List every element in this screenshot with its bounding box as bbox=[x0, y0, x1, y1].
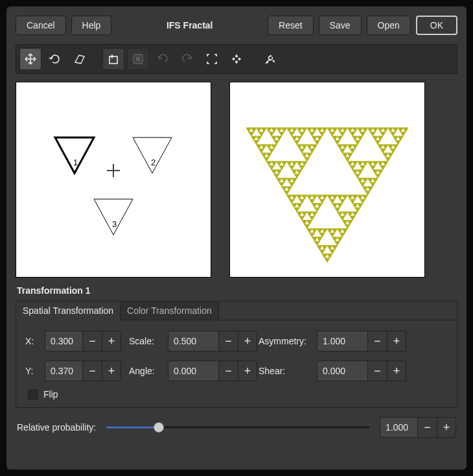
svg-marker-15 bbox=[254, 140, 259, 144]
svg-marker-99 bbox=[350, 132, 355, 136]
tab-spatial[interactable]: Spatial Transformation bbox=[16, 302, 121, 320]
dialog-window: Cancel Help IFS Fractal Reset Save Open … bbox=[6, 6, 467, 470]
open-button[interactable]: Open bbox=[367, 16, 411, 35]
svg-marker-125 bbox=[393, 128, 398, 132]
shear-input[interactable] bbox=[317, 361, 367, 381]
asymmetry-increment-button[interactable]: + bbox=[387, 331, 406, 351]
x-input[interactable] bbox=[45, 331, 82, 351]
triangle-label: 3 bbox=[112, 219, 117, 229]
svg-marker-58 bbox=[302, 153, 307, 157]
move-tool-button[interactable] bbox=[19, 48, 41, 70]
new-button[interactable] bbox=[102, 48, 124, 70]
scale-spinner[interactable]: − + bbox=[168, 331, 259, 351]
relative-probability-increment-button[interactable]: + bbox=[437, 417, 456, 438]
svg-marker-27 bbox=[259, 149, 264, 152]
angle-spinner[interactable]: − + bbox=[168, 361, 259, 381]
options-button[interactable] bbox=[259, 48, 281, 70]
svg-marker-22 bbox=[271, 136, 277, 140]
x-decrement-button[interactable]: − bbox=[82, 331, 102, 351]
svg-marker-91 bbox=[338, 128, 343, 132]
shear-decrement-button[interactable]: − bbox=[367, 361, 387, 381]
svg-marker-10 bbox=[257, 128, 262, 132]
svg-marker-185 bbox=[317, 204, 322, 208]
svg-marker-110 bbox=[352, 145, 358, 149]
svg-marker-57 bbox=[310, 149, 315, 152]
svg-marker-211 bbox=[352, 204, 358, 208]
svg-marker-26 bbox=[261, 145, 266, 149]
svg-marker-136 bbox=[388, 145, 393, 149]
svg-marker-103 bbox=[352, 136, 358, 140]
rotate-tool-button[interactable] bbox=[44, 48, 66, 70]
undo-button bbox=[152, 48, 174, 70]
asymmetry-spinner[interactable]: − + bbox=[317, 331, 408, 351]
svg-marker-132 bbox=[395, 140, 400, 144]
undo-icon bbox=[156, 53, 169, 65]
design-pane[interactable]: 1 2 3 bbox=[16, 82, 211, 278]
header-bar: Cancel Help IFS Fractal Reset Save Open … bbox=[16, 16, 457, 35]
angle-increment-button[interactable]: + bbox=[238, 361, 257, 381]
svg-marker-167 bbox=[368, 187, 373, 191]
relative-probability-spinner[interactable]: − + bbox=[380, 417, 456, 438]
svg-marker-18 bbox=[269, 132, 274, 136]
scale-decrement-button[interactable]: − bbox=[218, 331, 238, 351]
shear-spinner[interactable]: − + bbox=[317, 361, 408, 381]
svg-marker-108 bbox=[340, 149, 345, 152]
svg-marker-4 bbox=[94, 199, 133, 235]
svg-marker-130 bbox=[393, 136, 398, 140]
asymmetry-decrement-button[interactable]: − bbox=[367, 331, 387, 351]
y-spinner[interactable]: − + bbox=[45, 361, 129, 381]
svg-marker-240 bbox=[335, 241, 340, 245]
flip-checkbox[interactable] bbox=[28, 389, 38, 399]
svg-marker-19 bbox=[277, 128, 282, 132]
scale-increment-button[interactable]: + bbox=[238, 331, 257, 351]
relative-probability-decrement-button[interactable]: − bbox=[417, 417, 437, 438]
ok-button[interactable]: OK bbox=[416, 16, 457, 35]
stretch-tool-button[interactable] bbox=[69, 48, 91, 70]
save-button[interactable]: Save bbox=[319, 16, 362, 35]
asymmetry-input[interactable] bbox=[317, 331, 367, 351]
svg-marker-141 bbox=[386, 157, 391, 161]
svg-marker-98 bbox=[352, 128, 358, 132]
y-decrement-button[interactable]: − bbox=[82, 361, 102, 381]
y-increment-button[interactable]: + bbox=[102, 361, 121, 381]
svg-marker-121 bbox=[373, 136, 378, 140]
svg-marker-55 bbox=[307, 145, 312, 149]
angle-input[interactable] bbox=[168, 361, 218, 381]
tab-color[interactable]: Color Transformation bbox=[121, 302, 219, 320]
svg-marker-12 bbox=[259, 132, 264, 136]
recenter-button[interactable] bbox=[225, 48, 248, 70]
svg-marker-116 bbox=[373, 128, 378, 132]
svg-marker-66 bbox=[279, 165, 284, 169]
svg-marker-101 bbox=[363, 128, 368, 132]
svg-marker-244 bbox=[327, 246, 332, 250]
x-increment-button[interactable]: + bbox=[102, 331, 121, 351]
svg-marker-88 bbox=[327, 128, 332, 132]
svg-marker-233 bbox=[332, 229, 338, 233]
angle-decrement-button[interactable]: − bbox=[218, 361, 238, 381]
svg-marker-205 bbox=[347, 195, 352, 199]
relative-probability-input[interactable] bbox=[380, 417, 417, 438]
svg-marker-146 bbox=[363, 161, 368, 165]
svg-marker-53 bbox=[302, 145, 307, 149]
svg-marker-85 bbox=[282, 187, 287, 191]
scale-input[interactable] bbox=[168, 331, 218, 351]
shear-increment-button[interactable]: + bbox=[387, 361, 406, 381]
svg-marker-204 bbox=[335, 208, 340, 211]
y-input[interactable] bbox=[45, 361, 82, 381]
svg-marker-82 bbox=[287, 178, 292, 182]
svg-marker-161 bbox=[363, 178, 368, 182]
svg-marker-243 bbox=[319, 250, 325, 254]
svg-marker-201 bbox=[340, 199, 345, 203]
svg-marker-173 bbox=[302, 195, 307, 199]
svg-marker-9 bbox=[249, 132, 254, 136]
reset-button[interactable]: Reset bbox=[268, 16, 314, 35]
help-button[interactable]: Help bbox=[71, 16, 112, 35]
svg-marker-79 bbox=[277, 178, 282, 182]
svg-marker-162 bbox=[360, 182, 365, 186]
relative-probability-slider[interactable] bbox=[106, 426, 369, 429]
svg-marker-242 bbox=[322, 246, 327, 250]
svg-marker-165 bbox=[370, 182, 375, 186]
select-all-button[interactable] bbox=[201, 48, 223, 70]
x-spinner[interactable]: − + bbox=[45, 331, 129, 351]
cancel-button[interactable]: Cancel bbox=[16, 16, 66, 35]
